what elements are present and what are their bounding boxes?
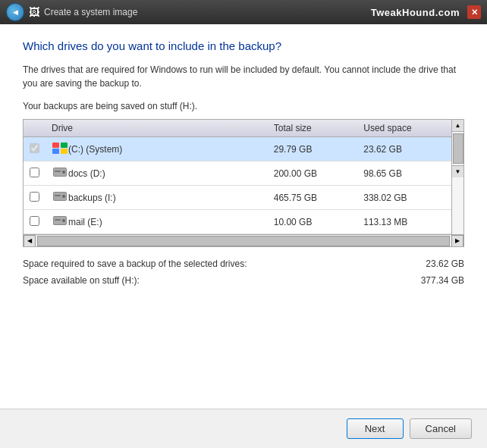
drive-name-cell: docs (D:): [46, 161, 268, 186]
drive-label: (C:) (System): [68, 144, 122, 155]
drive-icon: [52, 165, 68, 181]
svg-rect-7: [55, 171, 61, 172]
col-header-used: Used space: [357, 120, 451, 137]
table-row[interactable]: docs (D:)200.00 GB98.65 GB: [24, 161, 451, 186]
col-header-total: Total size: [268, 120, 358, 137]
space-required-label: Space required to save a backup of the s…: [23, 256, 247, 273]
drive-used-space: 98.65 GB: [357, 161, 451, 186]
main-content: Which drives do you want to include in t…: [0, 24, 487, 409]
svg-rect-11: [55, 195, 61, 196]
space-available-value: 377.34 GB: [404, 273, 464, 290]
drive-name-cell: (C:) (System): [46, 137, 268, 161]
drive-total-size: 200.00 GB: [268, 161, 358, 186]
cancel-button[interactable]: Cancel: [410, 418, 472, 439]
title-bar: 🖼 Create a system image TweakHound.com ✕: [0, 0, 487, 24]
title-text: Create a system image: [44, 7, 137, 17]
page-title: Which drives do you want to include in t…: [23, 39, 464, 52]
back-button[interactable]: [6, 3, 24, 21]
space-available-label: Space available on stuff (H:):: [23, 273, 140, 290]
description-text: The drives that are required for Windows…: [23, 63, 464, 90]
drives-table: Drive Total size Used space (C:) (System…: [24, 120, 451, 234]
drive-icon: [52, 141, 68, 157]
save-location-text: Your backups are being saved on stuff (H…: [23, 101, 464, 111]
row-checkbox-cell[interactable]: [24, 161, 46, 186]
svg-rect-2: [52, 149, 59, 154]
row-checkbox-cell[interactable]: [24, 137, 46, 161]
row-checkbox-cell[interactable]: [24, 210, 46, 234]
svg-rect-0: [52, 143, 59, 148]
title-bar-left: 🖼 Create a system image: [6, 3, 137, 21]
drive-icon: [52, 214, 68, 230]
drive-checkbox[interactable]: [30, 216, 39, 226]
space-required-row: Space required to save a backup of the s…: [23, 256, 464, 273]
drive-label: docs (D:): [68, 168, 105, 179]
horizontal-scrollbar: ◀ ▶: [24, 234, 463, 246]
col-header-checkbox: [24, 120, 46, 137]
drive-used-space: 23.62 GB: [357, 137, 451, 161]
svg-rect-15: [55, 219, 61, 221]
drive-checkbox[interactable]: [30, 192, 39, 202]
drives-table-container: Drive Total size Used space (C:) (System…: [23, 119, 464, 247]
svg-point-6: [62, 171, 65, 174]
svg-rect-3: [61, 149, 68, 154]
drive-total-size: 465.75 GB: [268, 186, 358, 210]
svg-point-14: [62, 219, 65, 222]
row-checkbox-cell[interactable]: [24, 186, 46, 210]
table-row[interactable]: backups (I:)465.75 GB338.02 GB: [24, 186, 451, 210]
table-header-row: Drive Total size Used space: [24, 120, 451, 137]
col-header-drive: Drive: [46, 120, 268, 137]
table-row[interactable]: mail (E:)10.00 GB113.13 MB: [24, 210, 451, 234]
drive-used-space: 338.02 GB: [357, 186, 451, 210]
drive-used-space: 113.13 MB: [357, 210, 451, 234]
scroll-thumb-horizontal: [37, 236, 450, 246]
drive-total-size: 29.79 GB: [268, 137, 358, 161]
next-button[interactable]: Next: [347, 418, 404, 439]
scroll-thumb-vertical: [453, 133, 463, 164]
table-row[interactable]: (C:) (System)29.79 GB23.62 GB: [24, 137, 451, 161]
drive-checkbox[interactable]: [30, 168, 39, 177]
scroll-up-button[interactable]: ▲: [452, 120, 464, 132]
title-icon: 🖼: [29, 6, 39, 18]
drive-label: backups (I:): [68, 193, 116, 203]
drive-label: mail (E:): [68, 217, 102, 227]
drive-name-cell: backups (I:): [46, 186, 268, 210]
drive-total-size: 10.00 GB: [268, 210, 358, 234]
svg-point-10: [62, 195, 65, 198]
scroll-right-button[interactable]: ▶: [451, 235, 463, 247]
scroll-left-button[interactable]: ◀: [24, 235, 36, 247]
scroll-down-button[interactable]: ▼: [452, 165, 464, 177]
drive-name-cell: mail (E:): [46, 210, 268, 234]
space-info: Space required to save a backup of the s…: [23, 256, 464, 289]
footer: Next Cancel: [0, 409, 487, 448]
drive-checkbox[interactable]: [30, 143, 39, 153]
close-button[interactable]: ✕: [467, 5, 481, 19]
svg-rect-1: [61, 143, 68, 148]
watermark: TweakHound.com: [371, 7, 460, 18]
drive-icon: [52, 190, 68, 205]
space-available-row: Space available on stuff (H:): 377.34 GB: [23, 273, 464, 290]
space-required-value: 23.62 GB: [404, 256, 464, 273]
